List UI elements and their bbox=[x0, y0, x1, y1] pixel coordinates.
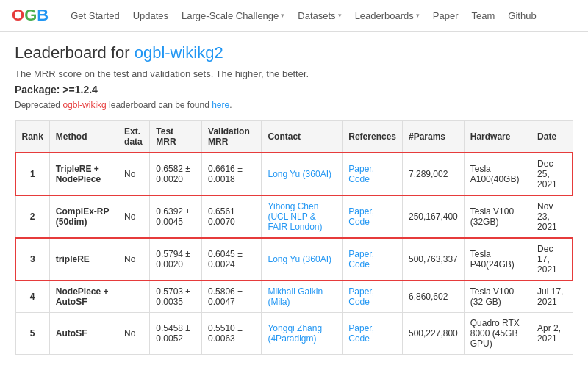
table-header-row: Rank Method Ext. data Test MRR Validatio… bbox=[15, 121, 573, 153]
table-row: 2ComplEx-RP (50dim)No0.6392 ±0.00450.656… bbox=[15, 195, 573, 238]
method-cell: TripleRE + NodePiece bbox=[49, 153, 118, 195]
nav-links: Get Started Updates Large-Scale Challeng… bbox=[71, 10, 537, 21]
val-mrr-cell: 0.6045 ±0.0024 bbox=[202, 238, 262, 281]
val-mrr-cell: 0.6561 ±0.0070 bbox=[202, 195, 262, 238]
contact-cell: Yihong Chen (UCL NLP & FAIR London) bbox=[262, 195, 343, 238]
refs-cell: Paper,Code bbox=[343, 153, 403, 195]
logo: O G B bbox=[12, 6, 49, 25]
nav-datasets[interactable]: Datasets ▾ bbox=[298, 10, 341, 21]
refs-cell: Paper,Code bbox=[343, 238, 403, 281]
title-link[interactable]: ogbl-wikikg2 bbox=[135, 43, 223, 62]
col-test-mrr: Test MRR bbox=[150, 121, 202, 153]
nav-leaderboards[interactable]: Leaderboards ▾ bbox=[355, 10, 420, 21]
date-cell: Jul 17, 2021 bbox=[531, 281, 573, 313]
val-mrr-cell: 0.5806 ±0.0047 bbox=[202, 281, 262, 313]
col-contact: Contact bbox=[262, 121, 343, 153]
contact-link[interactable]: Yihong Chen (UCL NLP & FAIR London) bbox=[268, 201, 322, 232]
here-link[interactable]: here bbox=[212, 100, 229, 110]
contact-link[interactable]: Yongqi Zhang (4Paradigm) bbox=[268, 323, 322, 344]
ext-data-cell: No bbox=[118, 238, 150, 281]
package-label: Package: >=1.2.4 bbox=[15, 84, 573, 95]
test-mrr-cell: 0.6582 ±0.0020 bbox=[150, 153, 202, 195]
test-mrr-cell: 0.5458 ±0.0052 bbox=[150, 313, 202, 355]
refs-cell: Paper,Code bbox=[343, 195, 403, 238]
refs-cell: Paper,Code bbox=[343, 281, 403, 313]
table-row: 1TripleRE + NodePieceNo0.6582 ±0.00200.6… bbox=[15, 153, 573, 195]
nav-large-scale[interactable]: Large-Scale Challenge ▾ bbox=[182, 10, 284, 21]
logo-o: O bbox=[12, 6, 24, 25]
col-references: References bbox=[343, 121, 403, 153]
test-mrr-cell: 0.5703 ±0.0035 bbox=[150, 281, 202, 313]
nav-get-started[interactable]: Get Started bbox=[71, 10, 119, 21]
val-mrr-cell: 0.6616 ±0.0018 bbox=[202, 153, 262, 195]
params-cell: 500,763,337 bbox=[403, 238, 465, 281]
leaderboard-table: Rank Method Ext. data Test MRR Validatio… bbox=[15, 120, 573, 355]
deprecated-notice: Deprecated ogbl-wikikg leaderboard can b… bbox=[15, 100, 573, 110]
test-mrr-cell: 0.6392 ±0.0045 bbox=[150, 195, 202, 238]
nav-github[interactable]: Github bbox=[508, 10, 536, 21]
contact-cell: Mikhail Galkin (Mila) bbox=[262, 281, 343, 313]
code-link[interactable]: Code bbox=[348, 217, 370, 227]
hardware-cell: Tesla A100(40GB) bbox=[464, 153, 531, 195]
params-cell: 7,289,002 bbox=[403, 153, 465, 195]
nav-team[interactable]: Team bbox=[472, 10, 495, 21]
table-row: 3tripleRENo0.5794 ±0.00200.6045 ±0.0024L… bbox=[15, 238, 573, 281]
contact-link[interactable]: Mikhail Galkin (Mila) bbox=[268, 286, 323, 307]
code-link[interactable]: Code bbox=[348, 297, 370, 307]
method-cell: ComplEx-RP (50dim) bbox=[49, 195, 118, 238]
col-ext-data: Ext. data bbox=[118, 121, 150, 153]
main-content: Leaderboard for ogbl-wikikg2 The MRR sco… bbox=[0, 32, 588, 366]
paper-link[interactable]: Paper, bbox=[348, 164, 374, 174]
code-link[interactable]: Code bbox=[348, 333, 370, 344]
contact-cell: Long Yu (360AI) bbox=[262, 238, 343, 281]
params-cell: 250,167,400 bbox=[403, 195, 465, 238]
nav-updates[interactable]: Updates bbox=[133, 10, 168, 21]
table-body: 1TripleRE + NodePieceNo0.6582 ±0.00200.6… bbox=[15, 153, 573, 355]
code-link[interactable]: Code bbox=[348, 259, 370, 270]
ext-data-cell: No bbox=[118, 153, 150, 195]
date-cell: Dec 25, 2021 bbox=[531, 153, 573, 195]
test-mrr-cell: 0.5794 ±0.0020 bbox=[150, 238, 202, 281]
method-cell: NodePiece + AutoSF bbox=[49, 281, 118, 313]
logo-g: G bbox=[24, 6, 37, 25]
method-cell: AutoSF bbox=[49, 313, 118, 355]
deprecated-link[interactable]: ogbl-wikikg bbox=[62, 100, 106, 110]
rank-cell: 4 bbox=[15, 281, 49, 313]
code-link[interactable]: Code bbox=[348, 174, 370, 184]
paper-link[interactable]: Paper, bbox=[348, 323, 374, 333]
ext-data-cell bbox=[118, 281, 150, 313]
nav-paper[interactable]: Paper bbox=[433, 10, 459, 21]
col-params: #Params bbox=[403, 121, 465, 153]
col-method: Method bbox=[49, 121, 118, 153]
rank-cell: 3 bbox=[15, 238, 49, 281]
col-rank: Rank bbox=[15, 121, 49, 153]
paper-link[interactable]: Paper, bbox=[348, 206, 374, 217]
col-date: Date bbox=[531, 121, 573, 153]
page-title: Leaderboard for ogbl-wikikg2 bbox=[15, 43, 573, 62]
contact-link[interactable]: Long Yu (360AI) bbox=[268, 254, 331, 264]
params-cell: 500,227,800 bbox=[403, 313, 465, 355]
refs-cell: Paper,Code bbox=[343, 313, 403, 355]
chevron-down-icon: ▾ bbox=[338, 12, 342, 19]
table-row: 5AutoSFNo0.5458 ±0.00520.5510 ±0.0063Yon… bbox=[15, 313, 573, 355]
paper-link[interactable]: Paper, bbox=[348, 249, 374, 259]
rank-cell: 5 bbox=[15, 313, 49, 355]
method-cell: tripleRE bbox=[49, 238, 118, 281]
ext-data-cell: No bbox=[118, 313, 150, 355]
hardware-cell: Tesla V100 (32GB) bbox=[464, 195, 531, 238]
navbar: O G B Get Started Updates Large-Scale Ch… bbox=[0, 0, 588, 32]
contact-cell: Yongqi Zhang (4Paradigm) bbox=[262, 313, 343, 355]
contact-cell: Long Yu (360AI) bbox=[262, 153, 343, 195]
rank-cell: 2 bbox=[15, 195, 49, 238]
paper-link[interactable]: Paper, bbox=[348, 286, 374, 297]
date-cell: Nov 23, 2021 bbox=[531, 195, 573, 238]
chevron-down-icon: ▾ bbox=[281, 12, 284, 19]
chevron-down-icon: ▾ bbox=[416, 12, 420, 19]
rank-cell: 1 bbox=[15, 153, 49, 195]
contact-link[interactable]: Long Yu (360AI) bbox=[268, 169, 331, 179]
params-cell: 6,860,602 bbox=[403, 281, 465, 313]
hardware-cell: Tesla P40(24GB) bbox=[464, 238, 531, 281]
subtitle: The MRR score on the test and validation… bbox=[15, 68, 573, 79]
hardware-cell: Tesla V100 (32 GB) bbox=[464, 281, 531, 313]
col-hardware: Hardware bbox=[464, 121, 531, 153]
